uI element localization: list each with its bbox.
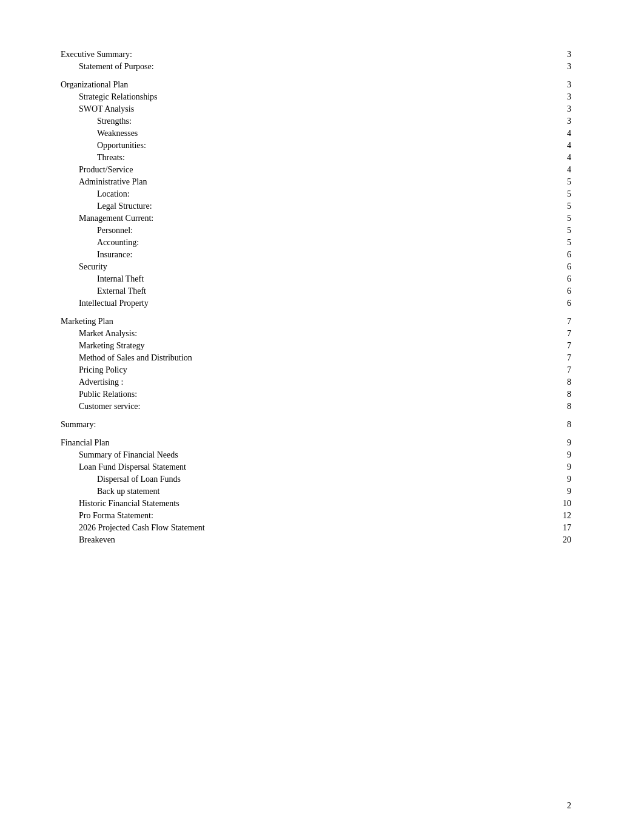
toc-label: Marketing Plan [61,316,520,328]
toc-row: Organizational Plan3 [61,79,571,91]
toc-label: Pro Forma Statement: [61,510,520,522]
toc-row: Threats:4 [61,152,571,164]
toc-table: Executive Summary:3Statement of Purpose:… [61,49,571,546]
toc-page: 3 [520,115,571,127]
toc-page: 4 [520,127,571,140]
toc-label: Administrative Plan [61,176,520,188]
toc-page: 5 [520,237,571,249]
toc-label: Breakeven [61,534,520,546]
toc-label: SWOT Analysis [61,103,520,115]
toc-label: Insurance: [61,249,520,261]
toc-page: 9 [520,473,571,485]
toc-label: Statement of Purpose: [61,61,520,73]
toc-page: 7 [520,316,571,328]
toc-label: Loan Fund Dispersal Statement [61,461,520,473]
toc-label: Opportunities: [61,140,520,152]
toc-row: Advertising :8 [61,376,571,388]
toc-page: 9 [520,437,571,449]
toc-page: 8 [520,388,571,401]
toc-page: 4 [520,164,571,176]
toc-page: 12 [520,510,571,522]
toc-label: Legal Structure: [61,200,520,212]
toc-row: Personnel:5 [61,225,571,237]
toc-row: Intellectual Property6 [61,297,571,309]
toc-row: Pricing Policy7 [61,364,571,376]
toc-page: 6 [520,297,571,309]
toc-label: Advertising : [61,376,520,388]
toc-row: Method of Sales and Distribution7 [61,352,571,364]
toc-row: Internal Theft6 [61,273,571,285]
toc-page: 9 [520,449,571,461]
toc-page: 6 [520,285,571,297]
toc-page: 6 [520,261,571,273]
toc-label: Executive Summary: [61,49,520,61]
toc-label: Market Analysis: [61,328,520,340]
toc-page: 5 [520,176,571,188]
toc-row: Marketing Strategy7 [61,340,571,352]
toc-label: Customer service: [61,401,520,413]
toc-row: Market Analysis:7 [61,328,571,340]
toc-page: 7 [520,328,571,340]
toc-label: Location: [61,188,520,200]
toc-label: Financial Plan [61,437,520,449]
toc-page: 9 [520,485,571,498]
toc-page: 7 [520,352,571,364]
toc-page: 7 [520,364,571,376]
toc-page: 3 [520,49,571,61]
toc-label: Security [61,261,520,273]
toc-page: 20 [520,534,571,546]
toc-label: 2026 Projected Cash Flow Statement [61,522,520,534]
toc-page: 8 [520,401,571,413]
toc-page: 3 [520,79,571,91]
toc-label: Dispersal of Loan Funds [61,473,520,485]
toc-label: Management Current: [61,212,520,225]
toc-label: Summary: [61,419,520,431]
toc-page: 5 [520,188,571,200]
toc-label: Intellectual Property [61,297,520,309]
toc-row: Pro Forma Statement:12 [61,510,571,522]
toc-row: Back up statement9 [61,485,571,498]
toc-page: 4 [520,140,571,152]
toc-label: Back up statement [61,485,520,498]
toc-row: External Theft6 [61,285,571,297]
toc-label: Historic Financial Statements [61,498,520,510]
toc-page: 3 [520,61,571,73]
toc-row: Insurance:6 [61,249,571,261]
toc-label: Strengths: [61,115,520,127]
toc-row: Executive Summary:3 [61,49,571,61]
toc-row: Marketing Plan7 [61,316,571,328]
toc-page: 8 [520,419,571,431]
toc-page: 7 [520,340,571,352]
toc-page: 3 [520,103,571,115]
toc-label: Internal Theft [61,273,520,285]
toc-row: Product/Service4 [61,164,571,176]
toc-row: Strengths:3 [61,115,571,127]
toc-row: Strategic Relationships3 [61,91,571,103]
toc-page: 6 [520,273,571,285]
toc-label: Product/Service [61,164,520,176]
toc-label: Public Relations: [61,388,520,401]
toc-row: Security6 [61,261,571,273]
toc-label: Personnel: [61,225,520,237]
toc-row: Financial Plan9 [61,437,571,449]
toc-page: 10 [520,498,571,510]
toc-page: 3 [520,91,571,103]
toc-page: 9 [520,461,571,473]
toc-label: Method of Sales and Distribution [61,352,520,364]
toc-page: 6 [520,249,571,261]
toc-row: Administrative Plan5 [61,176,571,188]
toc-page: 8 [520,376,571,388]
toc-label: Strategic Relationships [61,91,520,103]
toc-row: Summary of Financial Needs9 [61,449,571,461]
page-number: 2 [567,801,571,810]
page: Executive Summary:3Statement of Purpose:… [0,0,644,835]
toc-label: Pricing Policy [61,364,520,376]
toc-label: Organizational Plan [61,79,520,91]
page-footer: 2 [567,801,571,811]
toc-row: 2026 Projected Cash Flow Statement17 [61,522,571,534]
toc-page: 17 [520,522,571,534]
toc-label: Marketing Strategy [61,340,520,352]
toc-row: SWOT Analysis3 [61,103,571,115]
toc-row: Accounting:5 [61,237,571,249]
toc-row: Weaknesses4 [61,127,571,140]
